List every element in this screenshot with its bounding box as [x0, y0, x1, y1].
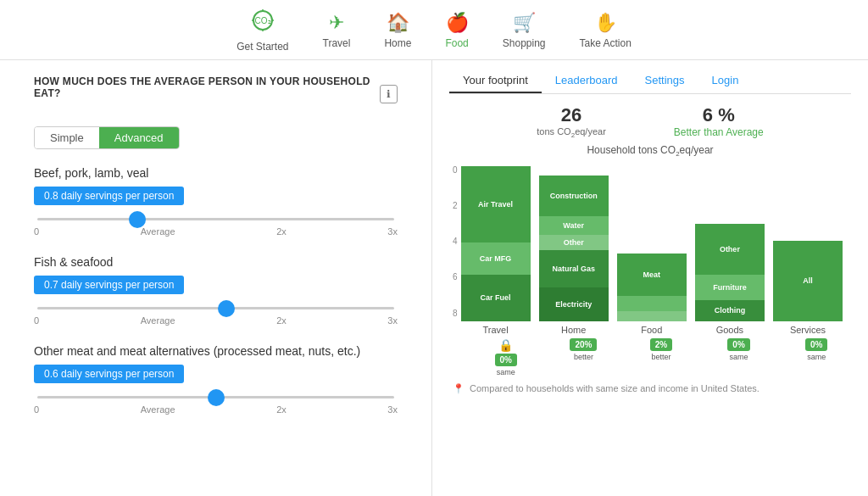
other-meat-value-badge: 0.6 daily servings per person: [34, 365, 184, 383]
nav-get-started[interactable]: CO₂ Get Started: [236, 8, 288, 53]
tab-login[interactable]: Login: [698, 69, 753, 93]
food-other-segment: [617, 296, 687, 311]
beef-slider-marks: 0 Average 2x 3x: [34, 226, 398, 237]
fish-slider-marks: 0 Average 2x 3x: [34, 315, 398, 326]
services-badge-group: 0% same: [782, 338, 851, 376]
stats-row: 26 tons CO2eq/year 6 % Better than Avera…: [449, 104, 851, 139]
other-goods-segment: Other: [695, 224, 765, 275]
goods-bar-group: Clothing Furniture Other Goods: [695, 160, 765, 335]
food-label: Food: [641, 325, 662, 335]
svg-text:CO₂: CO₂: [254, 16, 270, 25]
main-container: HOW MUCH DOES THE AVERAGE PERSON IN YOUR…: [0, 60, 868, 496]
clothing-segment: Clothing: [695, 300, 765, 321]
y-axis: 8 6 4 2 0: [453, 165, 458, 335]
advanced-toggle[interactable]: Advanced: [99, 127, 179, 148]
beef-slider-section: Beef, pork, lamb, veal 0.8 daily serving…: [34, 166, 398, 237]
travel-label: Travel: [483, 325, 509, 335]
percent-number: 6 %: [674, 104, 764, 126]
tons-number: 26: [537, 104, 606, 126]
percent-desc: Better than Average: [674, 126, 764, 138]
tabs: Your footprint Leaderboard Settings Logi…: [449, 69, 851, 94]
tab-your-footprint[interactable]: Your footprint: [449, 69, 542, 93]
other-meat-slider[interactable]: [37, 396, 394, 398]
food-label: Food: [445, 37, 468, 49]
other-home-segment: Other: [539, 235, 609, 250]
home-badge-sub: better: [574, 353, 593, 361]
electricity-segment: Electricity: [539, 287, 609, 321]
pin-icon: 📍: [453, 383, 465, 393]
travel-icon: ✈: [329, 12, 344, 34]
other-meat-label: Other meat and meat alternatives (proces…: [34, 344, 398, 358]
other-meat-slider-marks: 0 Average 2x 3x: [34, 404, 398, 415]
other-meat-slider-section: Other meat and meat alternatives (proces…: [34, 344, 398, 415]
food-other2-segment: [617, 311, 687, 321]
travel-bar-group: Car Fuel Car MFG Air Travel Travel: [461, 160, 531, 335]
shopping-icon: 🛒: [513, 12, 536, 34]
home-icon: 🏠: [387, 12, 409, 34]
food-badge-sub: better: [651, 353, 670, 361]
travel-badge-sub: same: [497, 368, 515, 376]
goods-badge-sub: same: [730, 353, 748, 361]
home-label: Home: [384, 37, 411, 49]
simple-toggle[interactable]: Simple: [35, 127, 99, 148]
take-action-icon: ✋: [594, 12, 617, 34]
furniture-segment: Furniture: [695, 275, 765, 300]
fish-slider[interactable]: [37, 307, 394, 309]
food-badge: 2%: [650, 338, 672, 351]
question-header: HOW MUCH DOES THE AVERAGE PERSON IN YOUR…: [34, 75, 373, 99]
tab-settings[interactable]: Settings: [632, 69, 698, 93]
top-navigation: CO₂ Get Started ✈ Travel 🏠 Home 🍎 Food 🛒…: [0, 0, 868, 60]
beef-label: Beef, pork, lamb, veal: [34, 166, 398, 180]
home-badge: 20%: [570, 338, 597, 351]
percent-stat: 6 % Better than Average: [674, 104, 764, 139]
goods-badge-group: 0% same: [704, 338, 774, 376]
get-started-label: Get Started: [236, 41, 288, 53]
nav-travel[interactable]: ✈ Travel: [323, 12, 351, 49]
left-panel: HOW MUCH DOES THE AVERAGE PERSON IN YOUR…: [0, 60, 432, 496]
construction-segment: Construction: [539, 176, 609, 216]
goods-badge: 0%: [727, 338, 749, 351]
goods-label: Goods: [716, 325, 743, 335]
home-bar-group: Electricity Natural Gas Other Water Cons…: [539, 160, 609, 335]
travel-badge-group: 🔒 0% same: [471, 338, 541, 376]
fish-value-badge: 0.7 daily servings per person: [34, 276, 184, 294]
lock-icon: 🔒: [498, 338, 513, 352]
food-bar-group: Meat Food: [617, 160, 687, 335]
travel-badge: 0%: [495, 354, 517, 366]
natural-gas-segment: Natural Gas: [539, 250, 609, 287]
nav-take-action[interactable]: ✋ Take Action: [580, 12, 632, 49]
food-badge-group: 2% better: [626, 338, 696, 376]
air-travel-segment: Air Travel: [461, 166, 531, 242]
home-label: Home: [561, 325, 586, 335]
services-badge-sub: same: [807, 353, 826, 361]
toggle-group: Simple Advanced: [34, 126, 180, 149]
badge-row: 🔒 0% same 20% better 2% better 0% same 0…: [449, 338, 851, 376]
info-button[interactable]: ℹ: [380, 85, 398, 103]
nav-food[interactable]: 🍎 Food: [445, 12, 468, 49]
car-fuel-segment: Car Fuel: [461, 275, 531, 321]
services-bar-group: All Services: [773, 160, 843, 335]
nav-shopping[interactable]: 🛒 Shopping: [503, 12, 546, 49]
right-panel: Your footprint Leaderboard Settings Logi…: [432, 60, 868, 496]
chart-area: Car Fuel Car MFG Air Travel Travel Elect…: [461, 165, 843, 335]
water-segment: Water: [539, 216, 609, 235]
nav-home[interactable]: 🏠 Home: [384, 12, 411, 49]
fish-slider-section: Fish & seafood 0.7 daily servings per pe…: [34, 255, 398, 326]
beef-value-badge: 0.8 daily servings per person: [34, 187, 184, 205]
take-action-label: Take Action: [580, 37, 632, 49]
services-badge: 0%: [805, 338, 827, 351]
get-started-icon: CO₂: [251, 8, 275, 37]
meat-segment: Meat: [617, 254, 687, 296]
services-label: Services: [790, 325, 826, 335]
shopping-label: Shopping: [503, 37, 546, 49]
tab-leaderboard[interactable]: Leaderboard: [542, 69, 632, 93]
travel-label: Travel: [323, 37, 351, 49]
food-icon: 🍎: [446, 12, 469, 34]
home-badge-group: 20% better: [549, 338, 619, 376]
comparison-note: 📍 Compared to households with same size …: [449, 383, 851, 394]
beef-slider[interactable]: [37, 218, 394, 220]
chart-title: Household tons CO2eq/year: [449, 144, 851, 158]
fish-label: Fish & seafood: [34, 255, 398, 269]
car-mfg-segment: Car MFG: [461, 242, 531, 275]
tons-stat: 26 tons CO2eq/year: [537, 104, 606, 139]
